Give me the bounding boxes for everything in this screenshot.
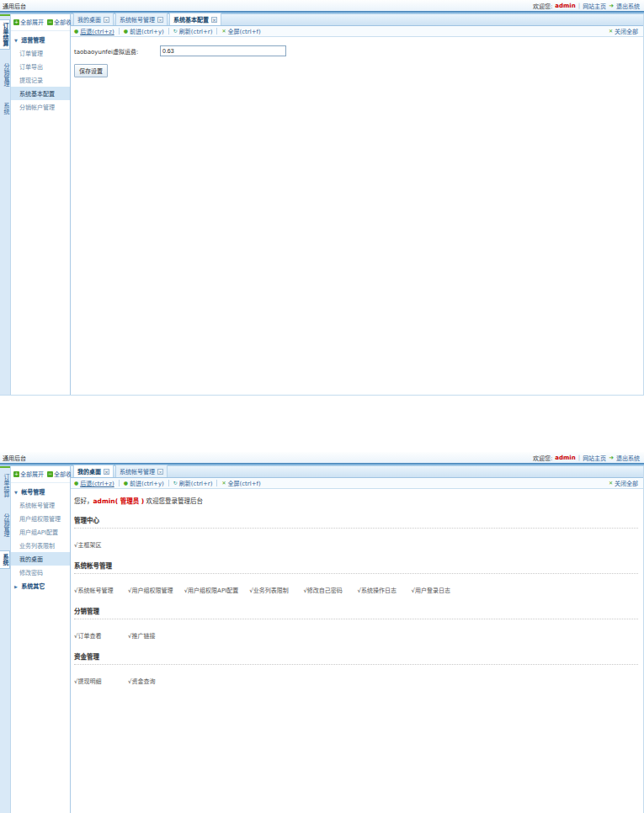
close-all-icon: ✕ (609, 481, 613, 486)
header-user-area: 欢迎您: admin | 网站主页 ➜ 退出系统 (533, 2, 640, 10)
refresh-button[interactable]: ↻ 刷新(ctrl+r) (173, 479, 213, 487)
tab-system-basic-config[interactable]: 系统基本配置 × (169, 13, 221, 25)
section-distribution: 分销管理 √订单查看 √推广链接 (74, 606, 643, 641)
shipping-fee-input[interactable] (160, 45, 286, 56)
close-all-icon: ✕ (609, 29, 613, 34)
welcome-text-suffix: 欢迎您登录管理后台 (144, 497, 203, 505)
tree-item-my-desktop[interactable]: 我的桌面 (11, 552, 70, 566)
tree-item-system-basic-config[interactable]: 系统基本配置 (11, 87, 70, 100)
expand-all-label: 全部展开 (20, 470, 44, 478)
permission-link-user-login-log[interactable]: √用户登录日志 (412, 586, 455, 594)
tab-close-icon[interactable]: × (104, 17, 109, 23)
expand-all-button[interactable]: + 全部展开 (13, 18, 44, 26)
module-tab-system[interactable]: 系统 (0, 550, 10, 569)
section-items: √系统帐号管理 √用户组权限管理 √用户组权限API配置 √业务列表限制 √修改… (74, 580, 643, 596)
permission-link-system-accounts[interactable]: √系统帐号管理 (74, 586, 117, 594)
home-link[interactable]: 网站主页 (583, 2, 606, 10)
section-management-center: 管理中心 √主框架区 (74, 515, 643, 550)
tree-item-usergroup-permissions[interactable]: 用户组权限管理 (11, 512, 70, 525)
tab-my-desktop[interactable]: 我的桌面 × (73, 465, 114, 477)
forward-button[interactable]: ● 前进(ctrl+y) (124, 27, 164, 35)
refresh-button[interactable]: ↻ 刷新(ctrl+r) (173, 27, 213, 35)
expand-all-label: 全部展开 (20, 18, 44, 26)
tree-item-distributor-accounts[interactable]: 分销帐户管理 (11, 100, 70, 114)
expand-all-button[interactable]: + 全部展开 (13, 470, 44, 478)
fullscreen-label: 全屏(ctrl+f) (228, 479, 261, 487)
logout-link[interactable]: 退出系统 (616, 2, 640, 10)
module-tab-order-settlement[interactable]: 订单结算 (0, 471, 10, 500)
close-all-button[interactable]: ✕ 关闭全部 (609, 27, 638, 35)
tree-group-accounts[interactable]: ▼ 帐号管理 (11, 485, 70, 498)
logout-link[interactable]: 退出系统 (616, 454, 640, 462)
module-tab-distribution[interactable]: 分销管理 (0, 511, 10, 539)
minus-icon: − (47, 471, 53, 477)
back-icon: ● (74, 29, 78, 34)
fullscreen-button[interactable]: ✕ 全屏(ctrl+f) (221, 479, 260, 487)
sidebar-tree: ▼ 运营管理 订单管理 订单导出 提现记录 系统基本配置 分销帐户管理 (11, 31, 70, 115)
permission-link-business-list-limit[interactable]: √业务列表限制 (249, 586, 292, 594)
tree-group-operations[interactable]: ▼ 运营管理 (11, 33, 70, 46)
tab-close-icon[interactable]: × (211, 17, 217, 23)
back-button[interactable]: ● 后退(ctrl+z) (74, 27, 114, 35)
section-items: √提现明细 √资金查询 (74, 671, 643, 687)
tree-item-usergroup-api-config[interactable]: 用户组API配置 (11, 525, 70, 539)
tab-close-icon[interactable]: × (157, 17, 163, 23)
app-title: 通用后台 (3, 454, 26, 462)
forward-button[interactable]: ● 前进(ctrl+y) (124, 479, 164, 487)
tree-item-order-export[interactable]: 订单导出 (11, 60, 70, 73)
module-tab-system[interactable]: 系统 (0, 100, 10, 117)
fullscreen-label: 全屏(ctrl+f) (228, 27, 261, 35)
tab-label: 系统帐号管理 (120, 15, 155, 24)
module-nav: 订单结算 分销管理 系统 (0, 14, 10, 395)
permission-link-system-operation-log[interactable]: √系统操作日志 (357, 586, 400, 594)
fullscreen-button[interactable]: ✕ 全屏(ctrl+f) (221, 27, 260, 35)
back-label: 后退(ctrl+z) (80, 479, 114, 487)
sidebar-tree: ▼ 帐号管理 系统帐号管理 用户组权限管理 用户组API配置 业务列表限制 我的… (11, 483, 70, 594)
save-settings-button[interactable]: 保存设置 (74, 64, 108, 77)
permission-link-change-own-password[interactable]: √修改自己密码 (303, 586, 346, 594)
tree-item-withdraw-records[interactable]: 提现记录 (11, 73, 70, 87)
module-tab-order-settlement[interactable]: 订单结算 (0, 19, 10, 50)
toolbar: ● 后退(ctrl+z) ● 前进(ctrl+y) ↻ 刷新(ctrl+r) ✕… (71, 478, 643, 489)
permission-link-promotion-link[interactable]: √推广链接 (128, 631, 171, 640)
tab-system-accounts[interactable]: 系统帐号管理 × (115, 13, 168, 25)
tree-group-system-other[interactable]: ▶ 系统其它 (11, 579, 70, 592)
permission-link-order-view[interactable]: √订单查看 (74, 631, 117, 640)
section-title: 资金管理 (74, 651, 638, 665)
tab-my-desktop[interactable]: 我的桌面 × (73, 13, 114, 25)
chevron-down-icon: ▼ (14, 38, 18, 43)
toolbar-divider (168, 28, 169, 35)
form-row: taobaoyunfei虚拟运费: (74, 45, 643, 56)
permission-link-usergroup-permissions[interactable]: √用户组权限管理 (128, 586, 173, 594)
toolbar: ● 后退(ctrl+z) ● 前进(ctrl+y) ↻ 刷新(ctrl+r) ✕… (71, 26, 643, 37)
permission-link-usergroup-api-config[interactable]: √用户组权限API配置 (184, 586, 239, 594)
tree-item-business-list-limit[interactable]: 业务列表限制 (11, 539, 70, 552)
tree-item-system-accounts[interactable]: 系统帐号管理 (11, 498, 70, 512)
module-nav: 订单结算 分销管理 系统 (0, 466, 10, 813)
separator: | (578, 3, 580, 9)
tree-item-change-password[interactable]: 修改密码 (11, 566, 70, 579)
home-link[interactable]: 网站主页 (583, 454, 606, 462)
section-funds: 资金管理 √提现明细 √资金查询 (74, 651, 643, 687)
app-window-desktop: 通用后台 欢迎您: admin | 网站主页 ➜ 退出系统 订单结算 分销管理 … (0, 452, 644, 813)
app-window-config: 通用后台 欢迎您: admin | 网站主页 ➜ 退出系统 订单结算 分销管理 … (0, 0, 644, 396)
tree-item-order-management[interactable]: 订单管理 (11, 46, 70, 60)
permission-link-withdraw-details[interactable]: √提现明细 (74, 677, 117, 685)
logout-arrow-icon: ➜ (609, 3, 614, 9)
welcome-prefix: 欢迎您: (533, 2, 552, 10)
permission-link-main-frame[interactable]: √主框架区 (74, 540, 117, 549)
content-area: 我的桌面 × 系统帐号管理 × 系统基本配置 × ● 后退(ctrl+z) (71, 14, 643, 395)
tab-label: 我的桌面 (77, 15, 101, 24)
welcome-prefix: 欢迎您: (533, 454, 552, 462)
plus-icon: + (13, 471, 19, 477)
permission-link-funds-query[interactable]: √资金查询 (128, 677, 171, 685)
tab-system-accounts[interactable]: 系统帐号管理 × (115, 465, 168, 477)
forward-label: 前进(ctrl+y) (130, 479, 164, 487)
tab-close-icon[interactable]: × (104, 469, 109, 475)
tab-label: 我的桌面 (77, 467, 101, 476)
tab-close-icon[interactable]: × (157, 469, 163, 475)
module-tab-distribution[interactable]: 分销管理 (0, 61, 10, 89)
fullscreen-icon: ✕ (221, 481, 226, 486)
close-all-button[interactable]: ✕ 关闭全部 (609, 479, 638, 487)
back-button[interactable]: ● 后退(ctrl+z) (74, 479, 114, 487)
